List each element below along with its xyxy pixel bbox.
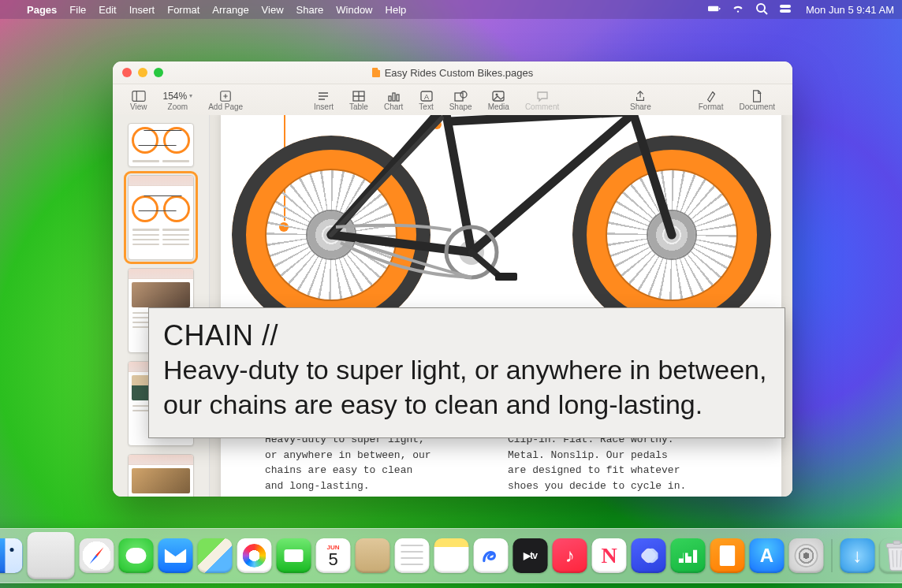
toolbar-format-button[interactable]: Format xyxy=(691,90,732,111)
window-close-button[interactable] xyxy=(122,68,132,77)
menu-format[interactable]: Format xyxy=(161,4,206,16)
toolbar: View 154% Zoom Add Page Insert Table xyxy=(113,84,792,117)
svg-rect-5 xyxy=(780,9,791,13)
menu-app-name[interactable]: Pages xyxy=(20,4,63,16)
svg-text:A: A xyxy=(424,93,429,101)
dock-settings[interactable] xyxy=(789,538,824,573)
svg-line-34 xyxy=(629,115,672,235)
toolbar-format-label: Format xyxy=(699,103,724,111)
menu-bar-left: Pages File Edit Insert Format Arrange Vi… xyxy=(8,4,412,16)
dock-separator xyxy=(832,539,833,572)
toolbar-document-label: Document xyxy=(739,103,775,111)
battery-icon[interactable] xyxy=(708,2,721,17)
document-title-text: Easy Rides Custom Bikes.pages xyxy=(385,67,534,79)
toolbar-add-page-button[interactable]: Add Page xyxy=(200,90,251,111)
dock-facetime[interactable] xyxy=(277,538,311,573)
toolbar-insert-label: Insert xyxy=(314,103,334,111)
toolbar-comment-label: Comment xyxy=(525,103,559,111)
toolbar-insert-button[interactable]: Insert xyxy=(306,90,341,111)
callout-pedals-body[interactable]: Clip-in. Flat. Race worthy. Metal. Nonsl… xyxy=(508,432,713,493)
control-center-icon[interactable] xyxy=(779,2,792,17)
menu-file[interactable]: File xyxy=(63,4,92,16)
dock-mail[interactable] xyxy=(158,538,193,573)
zoom-value: 154% xyxy=(163,90,193,102)
dock: JUN 5 xyxy=(0,528,902,583)
chart-icon xyxy=(386,90,401,102)
format-icon xyxy=(704,90,718,102)
dock-freeform[interactable] xyxy=(474,538,509,573)
callout-chain-body[interactable]: Heavy-duty to super light, or anywhere i… xyxy=(265,432,470,493)
menu-window[interactable]: Window xyxy=(330,4,378,16)
page-thumbnail-1[interactable]: 1 xyxy=(128,123,194,167)
svg-rect-17 xyxy=(389,96,391,101)
dock-messages[interactable] xyxy=(119,538,154,573)
toolbar-zoom-label: Zoom xyxy=(168,103,188,111)
window-minimize-button[interactable] xyxy=(138,68,147,77)
toolbar-zoom-dropdown[interactable]: 154% Zoom xyxy=(155,90,201,111)
document-page[interactable]: CHAIN // Heavy-duty to super light, or a… xyxy=(221,115,781,497)
page-thumbnail-2[interactable]: 2 xyxy=(128,175,194,260)
spotlight-icon[interactable] xyxy=(755,2,768,17)
svg-point-2 xyxy=(757,4,765,12)
dock-music[interactable] xyxy=(553,538,587,573)
toolbar-table-button[interactable]: Table xyxy=(341,90,376,111)
dock-reminders[interactable] xyxy=(395,538,430,573)
menu-insert[interactable]: Insert xyxy=(123,4,162,16)
svg-line-3 xyxy=(764,11,767,14)
toolbar-comment-button: Comment xyxy=(517,90,567,111)
dock-notes[interactable] xyxy=(434,538,469,573)
share-icon xyxy=(633,90,647,102)
toolbar-addpage-label: Add Page xyxy=(208,103,243,111)
dock-contacts[interactable] xyxy=(356,538,390,573)
toolbar-shape-label: Shape xyxy=(449,103,472,111)
dock-maps[interactable] xyxy=(198,538,233,573)
dock-calendar[interactable]: JUN 5 xyxy=(316,538,351,573)
hover-text-panel: CHAIN // Heavy-duty to super light, or a… xyxy=(148,307,785,438)
plus-icon xyxy=(218,90,233,102)
menu-clock[interactable]: Mon Jun 5 9:41 AM xyxy=(803,4,894,16)
dock-numbers[interactable] xyxy=(671,538,706,573)
document-canvas[interactable]: CHAIN // Heavy-duty to super light, or a… xyxy=(210,115,792,497)
hover-text-body: Heavy-duty to super light, or anywhere i… xyxy=(163,353,770,422)
svg-rect-0 xyxy=(708,6,718,11)
toolbar-chart-button[interactable]: Chart xyxy=(376,90,411,111)
toolbar-document-button[interactable]: Document xyxy=(731,90,783,111)
svg-rect-46 xyxy=(893,541,900,544)
toolbar-share-label: Share xyxy=(630,103,651,111)
dock-shortcuts[interactable] xyxy=(632,538,666,573)
toolbar-media-label: Media xyxy=(488,103,509,111)
page-thumbnail-5[interactable] xyxy=(128,454,194,497)
page-thumbnails-sidebar[interactable]: 1 2 xyxy=(113,115,210,497)
toolbar-view-button[interactable]: View xyxy=(122,90,155,111)
menu-arrange[interactable]: Arrange xyxy=(206,4,255,16)
menu-share[interactable]: Share xyxy=(290,4,330,16)
menu-view[interactable]: View xyxy=(255,4,290,16)
window-titlebar[interactable]: Easy Rides Custom Bikes.pages xyxy=(113,61,792,84)
wifi-icon[interactable] xyxy=(732,2,744,17)
dock-tv[interactable] xyxy=(513,538,548,573)
menu-help[interactable]: Help xyxy=(379,4,413,16)
dock-launchpad[interactable] xyxy=(28,532,75,579)
dock-news[interactable] xyxy=(592,538,627,573)
svg-line-35 xyxy=(331,118,442,235)
dock-appstore[interactable] xyxy=(750,538,785,573)
svg-rect-19 xyxy=(397,95,399,101)
dock-trash[interactable] xyxy=(880,538,903,573)
dock-finder[interactable] xyxy=(0,538,23,573)
menu-edit[interactable]: Edit xyxy=(92,4,122,16)
svg-rect-4 xyxy=(780,5,791,8)
dock-safari[interactable] xyxy=(80,538,114,573)
toolbar-media-button[interactable]: Media xyxy=(480,90,517,111)
sidebar-icon xyxy=(132,90,146,102)
svg-rect-6 xyxy=(132,91,145,101)
window-zoom-button[interactable] xyxy=(154,68,163,77)
toolbar-share-button[interactable]: Share xyxy=(622,90,659,111)
dock-photos[interactable] xyxy=(237,538,272,573)
toolbar-shape-button[interactable]: Shape xyxy=(442,90,480,111)
svg-rect-1 xyxy=(719,7,720,9)
dock-pages[interactable] xyxy=(710,538,745,573)
window-controls xyxy=(122,68,163,77)
insert-icon xyxy=(316,90,330,102)
toolbar-text-button[interactable]: A Text xyxy=(411,90,441,111)
dock-downloads[interactable] xyxy=(840,538,875,573)
